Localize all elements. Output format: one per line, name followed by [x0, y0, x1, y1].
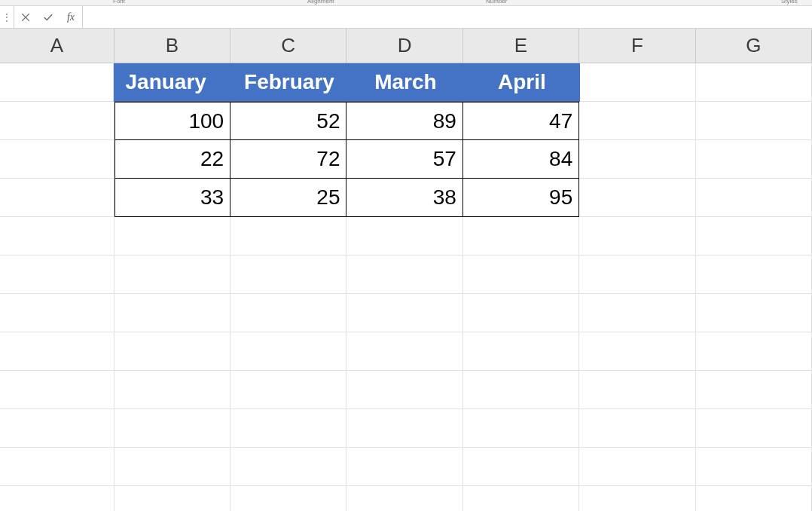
- cell-F12[interactable]: [579, 486, 695, 511]
- ribbon-group-font: Font: [113, 0, 125, 5]
- col-header-E[interactable]: E: [463, 29, 579, 63]
- cell-C2[interactable]: 52: [230, 102, 346, 140]
- cell-G4[interactable]: [696, 179, 812, 217]
- cell-C6[interactable]: [230, 256, 346, 294]
- cell-D3[interactable]: 57: [346, 140, 462, 179]
- cell-F8[interactable]: [579, 332, 695, 371]
- cell-E6[interactable]: [463, 256, 579, 294]
- cell-E11[interactable]: [463, 448, 579, 486]
- formula-bar-options-icon[interactable]: ⋮: [0, 6, 14, 28]
- cell-F9[interactable]: [579, 371, 695, 409]
- cell-G1[interactable]: [696, 63, 812, 102]
- cell-E8[interactable]: [463, 332, 579, 371]
- row-7: [0, 294, 812, 332]
- cell-A12[interactable]: [0, 486, 114, 511]
- cell-B10[interactable]: [114, 409, 230, 448]
- cell-D5[interactable]: [346, 217, 462, 256]
- cell-E3[interactable]: 84: [463, 140, 579, 179]
- cell-F4[interactable]: [579, 179, 695, 217]
- cell-E5[interactable]: [463, 217, 579, 256]
- cell-C3[interactable]: 72: [230, 140, 346, 179]
- cell-D11[interactable]: [346, 448, 462, 486]
- cell-A7[interactable]: [0, 294, 114, 332]
- cell-D6[interactable]: [346, 256, 462, 294]
- cell-A3[interactable]: [0, 140, 114, 179]
- cell-G2[interactable]: [696, 102, 812, 140]
- cell-D12[interactable]: [346, 486, 462, 511]
- cell-D8[interactable]: [346, 332, 462, 371]
- cell-G9[interactable]: [696, 371, 812, 409]
- cell-G5[interactable]: [696, 217, 812, 256]
- cell-C12[interactable]: [230, 486, 346, 511]
- cell-G10[interactable]: [696, 409, 812, 448]
- cell-D7[interactable]: [346, 294, 462, 332]
- cell-A8[interactable]: [0, 332, 114, 371]
- cancel-icon[interactable]: [14, 6, 37, 28]
- cell-F10[interactable]: [579, 409, 695, 448]
- cell-A1[interactable]: [0, 63, 114, 102]
- cell-E4[interactable]: 95: [463, 179, 579, 217]
- cell-B2[interactable]: 100: [114, 102, 230, 140]
- cell-E10[interactable]: [463, 409, 579, 448]
- insert-function-icon[interactable]: fx: [60, 6, 82, 28]
- col-header-F[interactable]: F: [579, 29, 695, 63]
- cell-A2[interactable]: [0, 102, 114, 140]
- enter-icon[interactable]: [37, 6, 60, 28]
- cell-G7[interactable]: [696, 294, 812, 332]
- cell-E12[interactable]: [463, 486, 579, 511]
- cell-D2[interactable]: 89: [346, 102, 462, 140]
- col-header-G[interactable]: G: [696, 29, 812, 63]
- formula-input[interactable]: [83, 6, 812, 28]
- cell-B8[interactable]: [114, 332, 230, 371]
- cell-G12[interactable]: [696, 486, 812, 511]
- cell-F2[interactable]: [579, 102, 695, 140]
- cell-D10[interactable]: [346, 409, 462, 448]
- cell-B9[interactable]: [114, 371, 230, 409]
- cell-C9[interactable]: [230, 371, 346, 409]
- cell-A4[interactable]: [0, 179, 114, 217]
- col-header-C[interactable]: C: [230, 29, 346, 63]
- col-header-B[interactable]: B: [114, 29, 230, 63]
- cell-F6[interactable]: [579, 256, 695, 294]
- cell-A6[interactable]: [0, 256, 114, 294]
- cell-A9[interactable]: [0, 371, 114, 409]
- cell-C11[interactable]: [230, 448, 346, 486]
- cell-B6[interactable]: [114, 256, 230, 294]
- cell-B1[interactable]: January: [114, 63, 230, 102]
- cell-D9[interactable]: [346, 371, 462, 409]
- cell-F1[interactable]: [580, 63, 696, 102]
- cell-B11[interactable]: [114, 448, 230, 486]
- cell-D1[interactable]: March: [347, 63, 463, 102]
- cell-E2[interactable]: 47: [463, 102, 579, 140]
- col-header-A[interactable]: A: [0, 29, 114, 63]
- cell-C5[interactable]: [230, 217, 346, 256]
- cell-F11[interactable]: [579, 448, 695, 486]
- cell-C7[interactable]: [230, 294, 346, 332]
- cell-E9[interactable]: [463, 371, 579, 409]
- cell-C1[interactable]: February: [230, 63, 346, 102]
- cell-C4[interactable]: 25: [230, 179, 346, 217]
- col-header-D[interactable]: D: [346, 29, 462, 63]
- cell-B3[interactable]: 22: [114, 140, 230, 179]
- cell-F5[interactable]: [579, 217, 695, 256]
- cell-F3[interactable]: [579, 140, 695, 179]
- cell-G3[interactable]: [696, 140, 812, 179]
- grid[interactable]: January February March April 100 52 89 4…: [0, 63, 812, 511]
- cell-B12[interactable]: [114, 486, 230, 511]
- cell-A11[interactable]: [0, 448, 114, 486]
- cell-B4[interactable]: 33: [114, 179, 230, 217]
- cell-E1[interactable]: April: [463, 63, 579, 102]
- cell-F7[interactable]: [579, 294, 695, 332]
- cell-G11[interactable]: [696, 448, 812, 486]
- cell-G8[interactable]: [696, 332, 812, 371]
- ribbon-group-styles: Styles: [781, 0, 798, 5]
- cell-A10[interactable]: [0, 409, 114, 448]
- cell-C8[interactable]: [230, 332, 346, 371]
- cell-C10[interactable]: [230, 409, 346, 448]
- cell-G6[interactable]: [696, 256, 812, 294]
- cell-E7[interactable]: [463, 294, 579, 332]
- cell-B5[interactable]: [114, 217, 230, 256]
- cell-A5[interactable]: [0, 217, 114, 256]
- cell-D4[interactable]: 38: [346, 179, 462, 217]
- cell-B7[interactable]: [114, 294, 230, 332]
